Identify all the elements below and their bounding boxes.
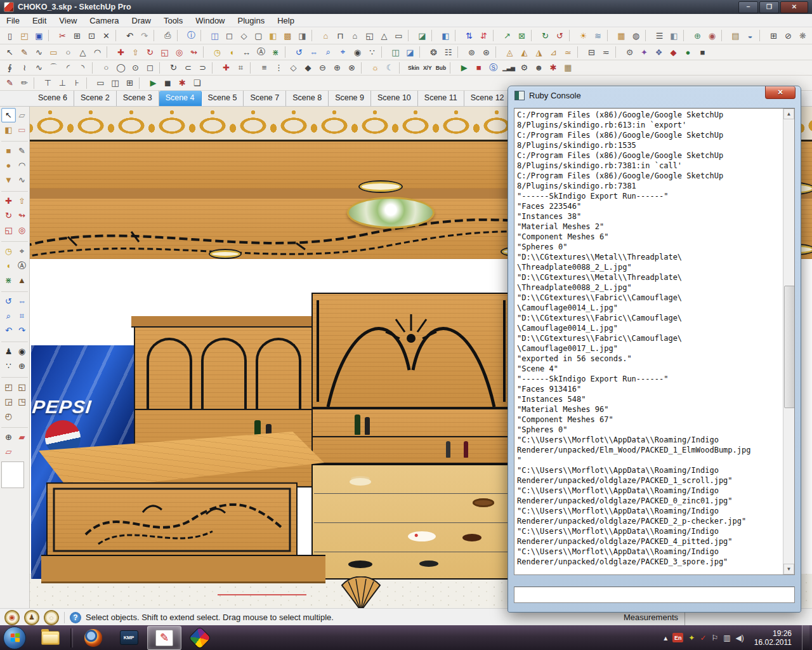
render-play-icon[interactable]: ▶ xyxy=(457,60,471,75)
move-2-icon[interactable]: ✚ xyxy=(114,45,128,60)
corner-b-icon[interactable]: ◝ xyxy=(75,60,90,75)
tb-tool-b-icon[interactable]: ⊥ xyxy=(55,76,70,90)
corner-a-icon[interactable]: ◜ xyxy=(61,60,75,75)
taskbar-firefox[interactable] xyxy=(76,626,110,650)
clock[interactable]: 19:26 16.02.2011 xyxy=(749,629,797,647)
tape-measure-tool[interactable]: ◷ xyxy=(1,244,16,258)
menu-draw[interactable]: Draw xyxy=(126,15,157,27)
offset-2-icon[interactable]: ◎ xyxy=(172,45,187,60)
circle-3-icon[interactable]: ○ xyxy=(99,60,114,75)
redo-icon[interactable]: ↷ xyxy=(137,29,152,43)
rectangle-2-icon[interactable]: ▭ xyxy=(46,45,61,60)
punto-switcher-icon[interactable]: ✦ xyxy=(688,634,695,642)
pan-2-icon[interactable]: ⇔ xyxy=(306,45,321,60)
paint-bucket-tool[interactable]: ◧ xyxy=(1,123,16,137)
scene-tab-scene-7[interactable]: Scene 7 xyxy=(244,91,286,106)
bubble-tools-icon[interactable]: Bub xyxy=(434,60,449,75)
3d-text-tool[interactable]: ▲ xyxy=(15,273,29,288)
shape-e-icon[interactable]: ⊗ xyxy=(344,60,359,75)
solid-tool-icon[interactable]: ◼ xyxy=(160,76,175,90)
monochrome-icon[interactable]: ◨ xyxy=(295,29,310,43)
menu-window[interactable]: Window xyxy=(189,15,231,27)
rotate-2-icon[interactable]: ↻ xyxy=(143,45,157,60)
scene-tab-scene-9[interactable]: Scene 9 xyxy=(329,91,371,106)
minimize-button[interactable]: – xyxy=(738,1,758,13)
look-compass-tool[interactable]: ⊕ xyxy=(1,430,16,444)
volume-icon[interactable]: ◀) xyxy=(736,634,744,642)
model-info-icon[interactable]: ⓘ xyxy=(184,29,199,43)
rotate-ccw-icon[interactable]: ↺ xyxy=(553,29,567,43)
protractor-tool[interactable]: ◖ xyxy=(1,258,16,273)
erase-icon[interactable]: ✕ xyxy=(99,29,114,43)
color-by-layer-icon[interactable]: ◧ xyxy=(667,29,681,43)
geolocation-icon[interactable]: ◉ xyxy=(4,610,20,625)
scene-tab-scene-10[interactable]: Scene 10 xyxy=(371,91,418,106)
scale-2-icon[interactable]: ◱ xyxy=(157,45,172,60)
network-icon[interactable]: ▥ xyxy=(723,634,730,642)
section-cuts-icon[interactable]: ◧ xyxy=(438,29,453,43)
back-edges-icon[interactable]: ◻ xyxy=(222,29,237,43)
action-center-icon[interactable]: ⚐ xyxy=(711,634,718,642)
follow-me-tool[interactable]: ↬ xyxy=(15,208,29,223)
cut-icon[interactable]: ✂ xyxy=(55,29,70,43)
tape-measure-2-icon[interactable]: ◷ xyxy=(210,45,225,60)
line-tool[interactable]: ✎ xyxy=(15,143,29,158)
moon-tool-icon[interactable]: ☾ xyxy=(383,60,397,75)
from-contours-icon[interactable]: ◬ xyxy=(502,45,517,60)
help-icon[interactable]: ? xyxy=(70,612,81,623)
circle-2-icon[interactable]: ○ xyxy=(61,45,75,60)
orbit-2-icon[interactable]: ↺ xyxy=(292,45,306,60)
new-icon[interactable]: ▯ xyxy=(3,29,17,43)
menu-view[interactable]: View xyxy=(53,15,83,27)
ruby-console-window[interactable]: Ruby Console ✕ C:/Program Files (x86)/Go… xyxy=(508,86,801,613)
pan-tool[interactable]: ⇔ xyxy=(15,294,29,308)
move-tool[interactable]: ✚ xyxy=(1,194,16,208)
view-back-icon[interactable]: ◱ xyxy=(362,29,377,43)
line-2-icon[interactable]: ✎ xyxy=(17,45,32,60)
text-2-icon[interactable]: Ⓐ xyxy=(254,45,268,60)
paste-icon[interactable]: ⊡ xyxy=(84,29,99,43)
rotate-tool[interactable]: ↻ xyxy=(1,208,16,223)
ruby-console-title-bar[interactable]: Ruby Console xyxy=(508,86,801,104)
plugin-prefs-icon[interactable]: ⚙ xyxy=(622,45,637,60)
text-tool[interactable]: Ⓐ xyxy=(15,258,29,273)
print-icon[interactable]: ⎙ xyxy=(160,29,175,43)
plugin-a-icon[interactable]: ❋ xyxy=(796,29,810,43)
ruby-console-close-button[interactable]: ✕ xyxy=(765,86,796,99)
drape-icon[interactable]: ≃ xyxy=(561,45,575,60)
polygon-tool[interactable]: ▼ xyxy=(1,173,16,187)
from-scratch-icon[interactable]: ◭ xyxy=(517,45,532,60)
scene-tab-scene-6[interactable]: Scene 6 xyxy=(32,91,74,106)
plugin-b-icon[interactable]: ✦ xyxy=(637,45,652,60)
view-left-icon[interactable]: △ xyxy=(377,29,391,43)
orbit-tool[interactable]: ↺ xyxy=(1,294,16,308)
oval-icon[interactable]: ◯ xyxy=(114,60,128,75)
split-solid-tool[interactable]: ◴ xyxy=(1,409,16,423)
language-indicator[interactable]: En xyxy=(672,633,683,642)
look-around-tool[interactable]: ◉ xyxy=(15,344,29,359)
ruby-console-input[interactable] xyxy=(514,587,795,603)
scroll-down-button[interactable]: ▼ xyxy=(783,564,794,574)
axes-tool[interactable]: ⋇ xyxy=(1,273,16,288)
pencil-tool-a-icon[interactable]: ✎ xyxy=(3,76,17,90)
make-component-tool[interactable]: ▱ xyxy=(15,108,29,123)
turn-compass-tool[interactable]: ⊕ xyxy=(15,359,29,373)
scene-tab-scene-3[interactable]: Scene 3 xyxy=(117,91,159,106)
taskbar-kmplayer[interactable]: KMP xyxy=(112,626,146,650)
menu-help[interactable]: Help xyxy=(271,15,301,27)
hidden-line-icon[interactable]: ▢ xyxy=(251,29,266,43)
u-curve-left-icon[interactable]: ⊂ xyxy=(181,60,195,75)
render-stop-icon[interactable]: ■ xyxy=(471,60,486,75)
section-tool-a-tool[interactable]: ▰ xyxy=(15,430,29,444)
layers-icon[interactable]: ☰ xyxy=(652,29,667,43)
shaded-with-textures-icon[interactable]: ▩ xyxy=(280,29,295,43)
maximize-button[interactable]: ❐ xyxy=(759,1,779,13)
weld-icon[interactable]: ✚ xyxy=(219,60,233,75)
plugin-c-icon[interactable]: ❖ xyxy=(652,45,666,60)
walk-tool[interactable]: ∵ xyxy=(1,359,16,373)
xy-tools-icon[interactable]: X/Y xyxy=(421,60,434,75)
tb-tool-c-icon[interactable]: ⊦ xyxy=(70,76,84,90)
divide-icon[interactable]: ⊘ xyxy=(781,29,796,43)
scene-tab-scene-5[interactable]: Scene 5 xyxy=(202,91,244,106)
tb-tool-a-icon[interactable]: ⊤ xyxy=(41,76,55,90)
